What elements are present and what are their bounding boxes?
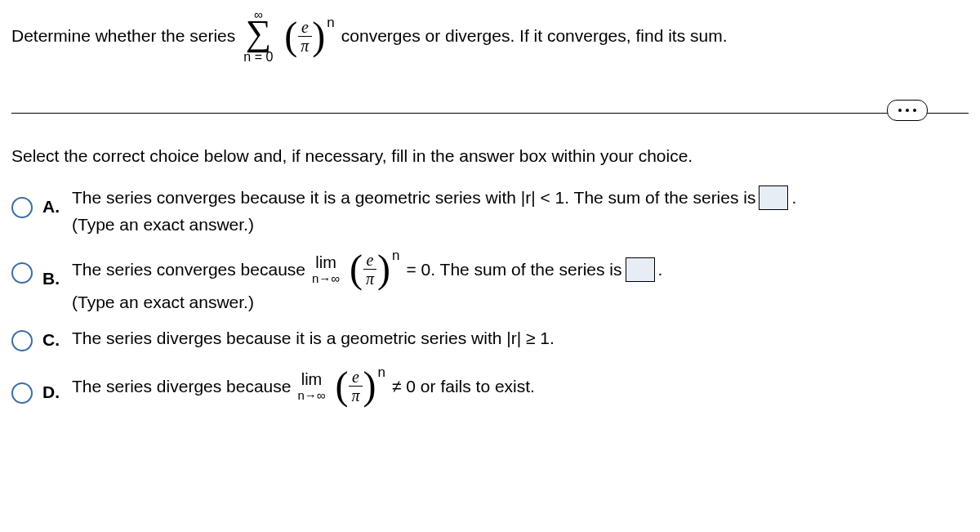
dot-icon: [913, 109, 916, 112]
left-paren-icon: (: [336, 374, 349, 398]
instruction-text: Select the correct choice below and, if …: [11, 146, 969, 166]
choice-a-hint: (Type an exact answer.): [72, 215, 969, 235]
choice-b-text2: = 0. The sum of the series is: [407, 260, 622, 279]
left-paren-icon: (: [284, 25, 297, 48]
radio-c[interactable]: [11, 330, 33, 351]
choice-c-label: C.: [42, 330, 62, 350]
right-paren-icon: ): [312, 25, 325, 48]
choice-b: B. The series converges because lim n→∞ …: [11, 251, 969, 312]
choice-a: A. The series converges because it is a …: [11, 186, 969, 235]
choice-d-text1: The series diverges because: [72, 377, 291, 396]
fraction-numerator: e: [298, 18, 312, 37]
limit-term: ( e π ) n: [350, 251, 399, 288]
choice-d-label: D.: [42, 382, 62, 402]
choice-c-text: The series diverges because it is a geom…: [72, 329, 969, 348]
fraction-denominator: π: [297, 37, 312, 55]
limit-block: lim n→∞: [297, 371, 325, 401]
divider: [11, 113, 969, 114]
summation-symbol: ∞ ∑ n = 0: [243, 8, 273, 64]
choice-d-text2: ≠ 0 or fails to exist.: [392, 377, 535, 396]
exponent: n: [378, 364, 385, 381]
radio-b[interactable]: [11, 262, 33, 284]
fraction: e π: [349, 368, 363, 405]
choice-b-hint: (Type an exact answer.): [72, 293, 969, 312]
question-prefix: Determine whether the series: [11, 26, 235, 46]
dot-icon: [898, 109, 902, 112]
choice-b-label: B.: [42, 269, 62, 288]
exponent: n: [327, 15, 334, 31]
fraction: e π: [297, 18, 312, 55]
question-suffix: converges or diverges. If it converges, …: [341, 26, 728, 46]
sigma-icon: ∑: [246, 19, 271, 47]
radio-a[interactable]: [11, 197, 33, 218]
lim-sub: n→∞: [297, 389, 325, 401]
lim-text: lim: [301, 371, 323, 387]
fraction: e π: [363, 251, 377, 288]
limit-term: ( e π ) n: [336, 368, 385, 405]
fraction-denominator: π: [349, 387, 363, 405]
left-paren-icon: (: [350, 257, 363, 281]
radio-d[interactable]: [11, 382, 33, 404]
fraction-numerator: e: [349, 368, 363, 387]
right-paren-icon: ): [377, 257, 390, 281]
choice-a-period: .: [791, 188, 796, 208]
choice-c: C. The series diverges because it is a g…: [11, 329, 969, 351]
sum-lower: n = 0: [243, 51, 273, 64]
choice-d: D. The series diverges because lim n→∞ (…: [11, 368, 969, 405]
right-paren-icon: ): [363, 374, 376, 398]
dot-icon: [906, 109, 909, 112]
more-options-button[interactable]: [887, 100, 928, 121]
fraction-numerator: e: [363, 251, 377, 270]
fraction-denominator: π: [363, 270, 377, 288]
answer-input-a[interactable]: [759, 186, 788, 210]
limit-block: lim n→∞: [312, 254, 340, 284]
choice-a-label: A.: [42, 197, 62, 217]
choice-a-text: The series converges because it is a geo…: [72, 188, 755, 208]
lim-sub: n→∞: [312, 272, 340, 284]
exponent: n: [392, 248, 399, 264]
choice-b-text1: The series converges because: [72, 260, 305, 279]
series-term: ( e π ) n: [284, 18, 334, 55]
lim-text: lim: [315, 254, 336, 270]
answer-input-b[interactable]: [626, 257, 655, 282]
question-text: Determine whether the series ∞ ∑ n = 0 (…: [11, 8, 969, 64]
choice-b-period: .: [658, 260, 663, 279]
